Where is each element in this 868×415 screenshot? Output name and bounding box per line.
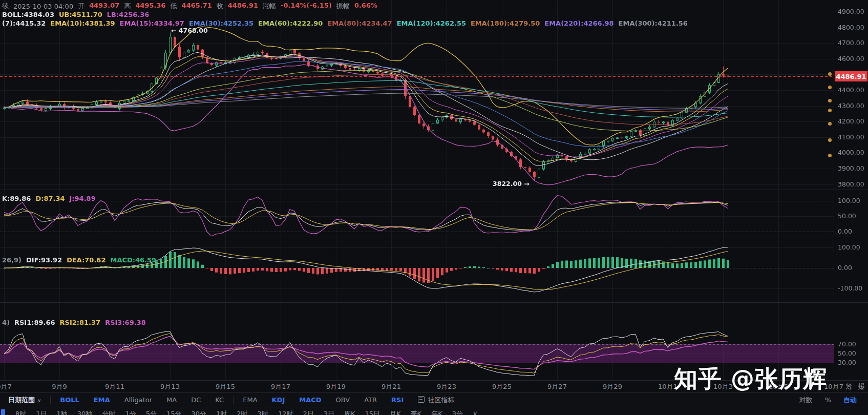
rsi-row-item: RSI3:69.38	[105, 319, 146, 326]
timeframe-15分[interactable]: 15分	[165, 409, 183, 415]
date-tick: 9月27	[547, 382, 567, 391]
toolbar-item-自动[interactable]: 自动	[837, 396, 863, 405]
toolbar-item-EMA[interactable]: EMA	[87, 396, 117, 404]
date-tick: 9月19	[326, 382, 346, 391]
price-tick: 4000.00	[838, 149, 864, 156]
toolbar-item-KDJ[interactable]: KDJ	[265, 396, 292, 404]
timeframe-月K[interactable]: 月K	[388, 409, 403, 415]
toolbar-item-%[interactable]: %	[819, 396, 837, 404]
selected-timeframe-marker	[1, 409, 5, 415]
price-marker-dot	[828, 154, 832, 157]
toolbar-label: Alligator	[124, 396, 152, 404]
toolbar-item-EMA[interactable]: EMA	[236, 396, 264, 404]
date-tick: 9月9	[52, 382, 67, 391]
timeframe-12时[interactable]: 12时	[277, 409, 295, 415]
timeframe-1秒[interactable]: 1秒	[55, 409, 69, 415]
price-tick: 4400.00	[838, 86, 864, 94]
boll-row-item: LB:4256.36	[107, 11, 150, 18]
community-indicator-icon	[418, 396, 425, 403]
timeframe-15日[interactable]: 15日	[364, 409, 382, 415]
ohlc-value: 4486.91	[228, 2, 258, 11]
timeframe-1时[interactable]: 1时	[215, 409, 228, 415]
toolbar-item-MACD[interactable]: MACD	[292, 396, 328, 404]
timeframe-1日[interactable]: 1日	[34, 409, 48, 415]
ema-row-item: EMA(300):4211.56	[619, 19, 688, 27]
toolbar-item-Alligator[interactable]: Alligator	[117, 396, 159, 404]
series-prefix: 续	[2, 2, 9, 11]
macd-row-item: DIF:93.92	[26, 256, 62, 264]
price-marker-dot	[828, 122, 832, 126]
timeframe-2日[interactable]: 2日	[301, 409, 315, 415]
date-tick: 9月23	[437, 382, 456, 391]
macd-row-item: MACD:46.59	[110, 256, 156, 264]
toolbar-label: 日期范围	[8, 396, 35, 404]
timeframe-30分[interactable]: 30分	[190, 409, 208, 415]
corner-button-爆[interactable]: 爆	[858, 382, 865, 391]
price-marker-dot	[828, 86, 832, 89]
ohlc-label: 开	[78, 2, 84, 11]
ema-readout-row: (7):4415.32EMA(10):4381.39EMA(15):4334.9…	[2, 19, 688, 27]
bar-datetime: 2025-10-03 04:00	[13, 3, 73, 10]
last-price-tag: 4486.91	[835, 71, 867, 81]
toolbar-item-BOLL[interactable]: BOLL	[53, 396, 87, 404]
high-annotation: ← 4768.00	[171, 27, 208, 34]
price-tick: 4100.00	[838, 133, 864, 141]
toolbar-label: RSI	[391, 396, 404, 404]
timeframe-年K[interactable]: 年K	[430, 409, 444, 415]
ema-row-item: EMA(10):4381.39	[50, 19, 115, 27]
rsi-readout-row: 4)RSI1:89.66RSI2:81.37RSI3:69.38	[2, 319, 146, 326]
rsi-tick: 50.00	[838, 349, 856, 357]
toolbar-item-社区指标[interactable]: 社区指标	[411, 396, 461, 405]
ema-row-item: EMA(120):4262.55	[397, 19, 466, 27]
toolbar-label: ATR	[364, 396, 377, 404]
ohlc-label: 振幅	[336, 2, 350, 11]
timeframe-分时[interactable]: 分时	[100, 409, 117, 415]
price-tick: 4200.00	[838, 117, 864, 125]
kdj-tick: 100.00	[838, 197, 860, 204]
toolbar-item-DC[interactable]: DC	[184, 396, 208, 404]
toolbar-label: 社区指标	[428, 396, 454, 404]
toolbar-item-MA[interactable]: MA	[159, 396, 184, 404]
timeframe-3时[interactable]: 3时	[256, 409, 270, 415]
toolbar-item-对数[interactable]: 对数	[793, 396, 819, 405]
ohlc-value: 4493.07	[89, 2, 119, 11]
ohlc-label: 高	[124, 2, 131, 11]
kdj-row-item: D:87.34	[35, 195, 65, 202]
timeframe-周K[interactable]: 周K	[343, 409, 357, 415]
timeframe-季K[interactable]: 季K	[409, 409, 424, 415]
toolbar-label: KC	[215, 396, 224, 404]
macd-row-item: DEA:70.62	[67, 256, 105, 264]
toolbar-item-KC[interactable]: KC	[208, 396, 231, 404]
macd-tick: -100.00	[838, 284, 862, 292]
corner-button-筹[interactable]: 筹	[845, 382, 852, 391]
toolbar-label: DC	[191, 396, 201, 404]
rsi-row-item: 4)	[2, 319, 10, 326]
timeframe-2时[interactable]: 2时	[235, 409, 249, 415]
rsi-row-item: RSI2:81.37	[60, 319, 101, 326]
price-tick: 4600.00	[838, 55, 864, 63]
boll-row-item: UB:4511.70	[59, 11, 102, 18]
toolbar-item-RSI[interactable]: RSI	[384, 396, 411, 404]
toolbar-item-OBV[interactable]: OBV	[329, 396, 357, 404]
price-marker-dot	[828, 72, 832, 76]
ohlc-label: 涨幅	[263, 2, 276, 11]
timeframe-3日[interactable]: 3日	[322, 409, 336, 415]
timeframe-30秒[interactable]: 30秒	[76, 409, 94, 415]
low-annotation: 3822.00 →	[493, 180, 530, 188]
timeframe-1分[interactable]: 1分	[123, 409, 137, 415]
toolbar-label: BOLL	[60, 396, 79, 404]
watermark: 知乎 @张历辉	[674, 363, 827, 395]
date-tick: 9月15	[216, 382, 235, 391]
ema-row-item: EMA(180):4279.50	[471, 19, 540, 27]
toolbar-item-ATR[interactable]: ATR	[357, 396, 384, 404]
timeframe-8时[interactable]: 8时	[14, 409, 28, 415]
timeframe-3分[interactable]: 3分	[451, 409, 464, 415]
timeframe-∨[interactable]: ∨	[471, 409, 479, 415]
timeframe-5分[interactable]: 5分	[144, 409, 158, 415]
ohlc-fields: 开4493.07高4495.36低4465.71收4486.91涨幅-0.14%…	[78, 2, 377, 11]
date-tick: 9月21	[382, 382, 401, 391]
toolbar-item-日期范围[interactable]: 日期范围∨	[0, 396, 48, 405]
price-tick: 4900.00	[838, 8, 864, 15]
ema-row-item: EMA(80):4234.47	[327, 19, 392, 27]
rsi-row-item: RSI1:89.66	[14, 319, 55, 326]
